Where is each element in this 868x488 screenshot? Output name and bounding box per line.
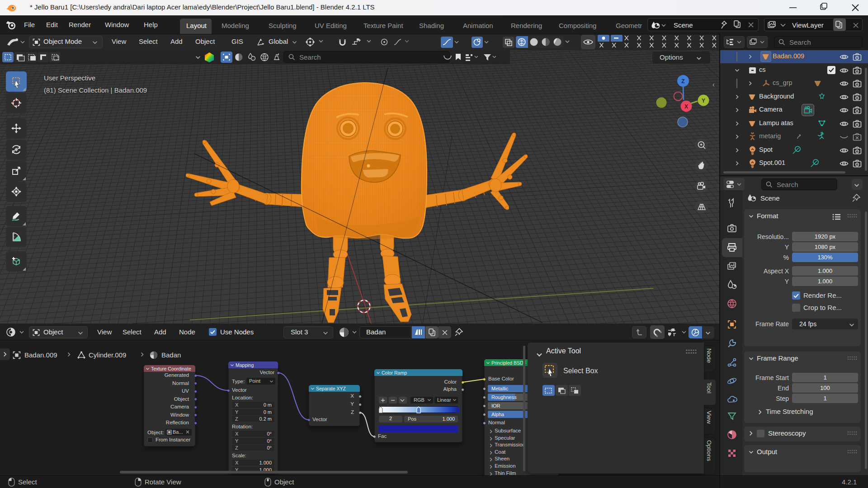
svg-text:Y: Y bbox=[702, 98, 705, 104]
svg-text:Z: Z bbox=[681, 78, 684, 84]
svg-text:X: X bbox=[684, 103, 688, 110]
